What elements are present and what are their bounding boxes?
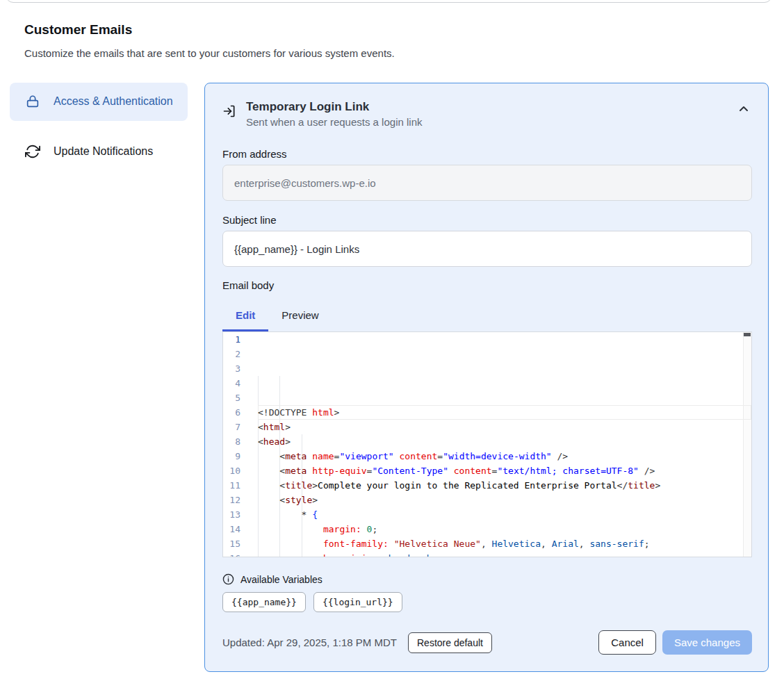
page-subtitle: Customize the emails that are sent to yo… [24, 47, 760, 59]
editor-code[interactable]: <!DOCTYPE html><html><head> <meta name="… [258, 332, 751, 557]
available-variables-label: Available Variables [240, 574, 322, 585]
variable-chip[interactable]: {{app_name}} [222, 592, 306, 612]
sidebar-item-label: Update Notifications [54, 143, 153, 161]
info-icon [222, 573, 234, 585]
restore-default-button[interactable]: Restore default [408, 632, 492, 653]
cancel-button[interactable]: Cancel [598, 630, 656, 655]
page-header: Customer Emails Customize the emails tha… [0, 0, 784, 59]
code-line: * { [258, 507, 751, 522]
sidebar-item-update-notifications[interactable]: Update Notifications [10, 133, 188, 171]
code-line: <meta name="viewport" content="width=dev… [258, 449, 751, 463]
code-line: box-sizing: border-box; [258, 551, 751, 557]
code-line: <meta http-equiv="Content-Type" content=… [258, 463, 751, 478]
subject-line-label: Subject line [222, 214, 752, 226]
code-line: <html> [258, 420, 751, 434]
tab-preview[interactable]: Preview [268, 302, 332, 331]
sidebar-item-access-authentication[interactable]: Access & Authentication [10, 83, 188, 121]
email-body-label: Email body [222, 279, 752, 291]
refresh-icon [25, 144, 40, 159]
code-line: <!DOCTYPE html> [258, 405, 751, 420]
updated-timestamp: Updated: Apr 29, 2025, 1:18 PM MDT [222, 637, 397, 648]
temporary-login-link-panel: Temporary Login Link Sent when a user re… [204, 83, 769, 672]
code-line: <style> [258, 493, 751, 507]
panel-subtitle: Sent when a user requests a login link [246, 116, 422, 128]
tab-edit[interactable]: Edit [222, 302, 268, 331]
email-types-sidebar: Access & Authentication Update Notificat… [10, 83, 188, 171]
from-address-input[interactable] [222, 165, 752, 201]
sidebar-item-label: Access & Authentication [54, 93, 173, 110]
from-address-label: From address [222, 148, 752, 160]
code-editor[interactable]: 12345678910111213141516 <!DOCTYPE html><… [222, 331, 752, 557]
page-title: Customer Emails [24, 22, 760, 38]
collapse-panel-button[interactable] [735, 100, 752, 119]
code-line: <title>Complete your login to the Replic… [258, 478, 751, 493]
panel-title: Temporary Login Link [246, 100, 422, 114]
login-icon [222, 104, 236, 121]
variable-chips: {{app_name}}{{login_url}} [222, 592, 752, 612]
save-changes-button[interactable]: Save changes [662, 630, 752, 655]
editor-scrollbar-thumb[interactable] [744, 333, 751, 336]
code-line: margin: 0; [258, 522, 751, 536]
email-body-tabs: Edit Preview [222, 302, 752, 331]
code-line: font-family: "Helvetica Neue", Helvetica… [258, 536, 751, 551]
subject-line-input[interactable] [222, 231, 752, 267]
chevron-up-icon [738, 104, 749, 115]
variable-chip[interactable]: {{login_url}} [313, 592, 402, 612]
previous-card-bottom-edge [6, 0, 772, 3]
code-line: <head> [258, 434, 751, 449]
editor-gutter: 12345678910111213141516 [223, 332, 258, 557]
lock-icon [25, 94, 40, 109]
